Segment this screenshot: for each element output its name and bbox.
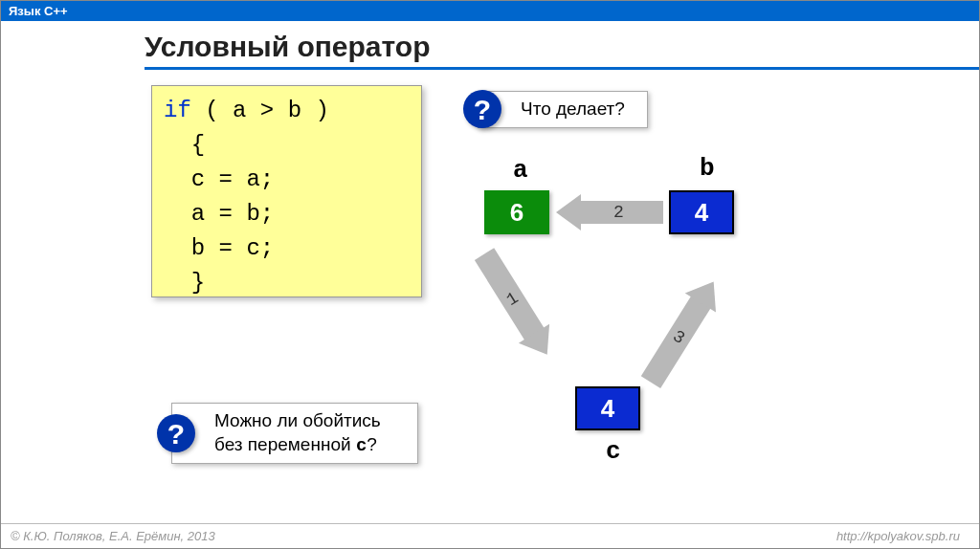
code-l4: a = b;: [164, 201, 274, 227]
keyword-if: if: [164, 98, 191, 123]
content: if ( a > b ) { c = a; a = b; b = c; } ? …: [1, 76, 979, 516]
title-area: Условный оператор: [1, 21, 979, 76]
label-b: b: [700, 154, 715, 183]
label-c: c: [606, 437, 621, 466]
callout2-line2-prefix: без переменной: [214, 434, 356, 454]
footer: © К.Ю. Поляков, Е.А. Ерёмин, 2013 http:/…: [1, 523, 979, 548]
box-c: 4: [575, 386, 640, 430]
question-mark-icon: ?: [463, 90, 501, 128]
callout-what-does-it-do: ? Что делает?: [478, 91, 648, 128]
arrow-head-icon: [556, 194, 581, 231]
box-a: 6: [484, 190, 549, 234]
title-underline: [145, 67, 979, 70]
code-l3: c = a;: [164, 166, 274, 192]
box-b: 4: [669, 190, 734, 234]
callout1-text: Что делает?: [521, 99, 625, 119]
arrow-2-label: 2: [613, 203, 624, 222]
value-a: 6: [510, 198, 523, 228]
code-l5: b = c;: [164, 235, 274, 261]
code-cond: ( a > b ): [191, 98, 329, 123]
arrow-2: 2: [556, 198, 663, 227]
swap-diagram: a b c 6 4 4 2 1: [451, 152, 776, 458]
callout-without-c: ? Можно ли обойтись без переменной c?: [171, 403, 418, 464]
code-l6: }: [164, 270, 205, 296]
topbar: Язык C++: [1, 1, 979, 21]
label-a: a: [513, 156, 528, 185]
callout2-line2-suffix: ?: [367, 434, 377, 454]
arrow-3: 3: [635, 274, 801, 438]
page-title: Условный оператор: [145, 31, 979, 63]
callout2-line1: Можно ли обойтись: [214, 410, 381, 430]
value-c: 4: [601, 394, 614, 424]
value-b: 4: [695, 198, 708, 228]
footer-url: http://kpolyakov.spb.ru: [836, 529, 960, 543]
code-l2: {: [164, 132, 205, 158]
slide: Язык C++ Условный оператор if ( a > b ) …: [0, 0, 980, 549]
callout2-var-c: c: [356, 435, 367, 456]
question-mark-icon: ?: [157, 414, 195, 452]
topbar-text: Язык C++: [9, 4, 68, 18]
code-block: if ( a > b ) { c = a; a = b; b = c; }: [151, 85, 422, 297]
copyright: © К.Ю. Поляков, Е.А. Ерёмин, 2013: [11, 529, 215, 543]
